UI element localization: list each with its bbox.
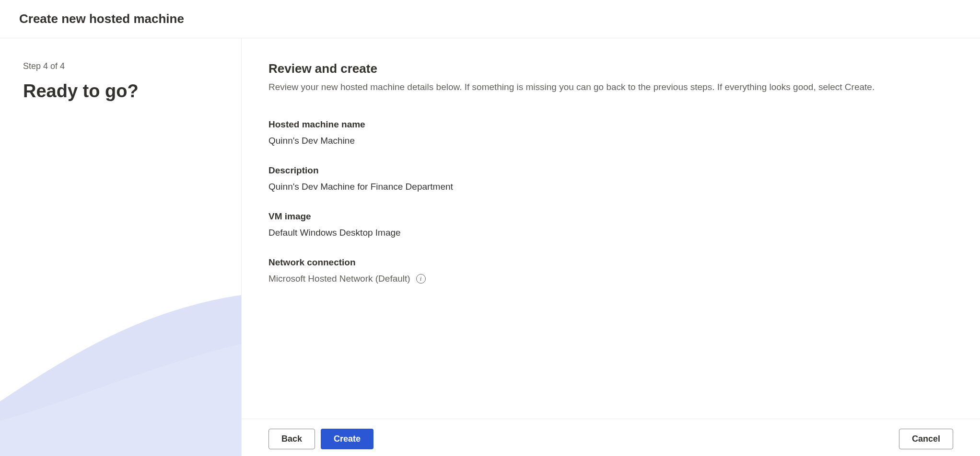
main-subtitle: Review your new hosted machine details b… [268,82,953,92]
info-icon[interactable]: i [416,274,426,284]
field-label: Hosted machine name [268,119,953,130]
page-title: Create new hosted machine [19,11,961,26]
create-button[interactable]: Create [321,429,373,449]
review-content: Review and create Review your new hosted… [242,38,980,419]
field-label: Description [268,165,953,176]
field-description: Description Quinn's Dev Machine for Fina… [268,165,953,192]
field-label: VM image [268,211,953,222]
field-value: Microsoft Hosted Network (Default) i [268,274,953,284]
field-network-connection: Network connection Microsoft Hosted Netw… [268,257,953,284]
network-value-text: Microsoft Hosted Network (Default) [268,274,410,284]
field-value: Quinn's Dev Machine [268,136,953,146]
field-value: Quinn's Dev Machine for Finance Departme… [268,182,953,192]
step-indicator: Step 4 of 4 [23,61,218,71]
main-title: Review and create [268,61,953,76]
page-header: Create new hosted machine [0,0,980,38]
body-container: Step 4 of 4 Ready to go? Review and crea… [0,38,980,456]
sidebar-title: Ready to go? [23,81,218,102]
cancel-button[interactable]: Cancel [899,429,953,449]
back-button[interactable]: Back [268,429,315,449]
main-panel: Review and create Review your new hosted… [242,38,980,456]
field-label: Network connection [268,257,953,268]
wizard-footer: Back Create Cancel [242,419,980,456]
wizard-sidebar: Step 4 of 4 Ready to go? [0,38,242,456]
field-value: Default Windows Desktop Image [268,228,953,238]
field-hosted-machine-name: Hosted machine name Quinn's Dev Machine [268,119,953,146]
decorative-wave-icon [0,267,241,456]
field-vm-image: VM image Default Windows Desktop Image [268,211,953,238]
